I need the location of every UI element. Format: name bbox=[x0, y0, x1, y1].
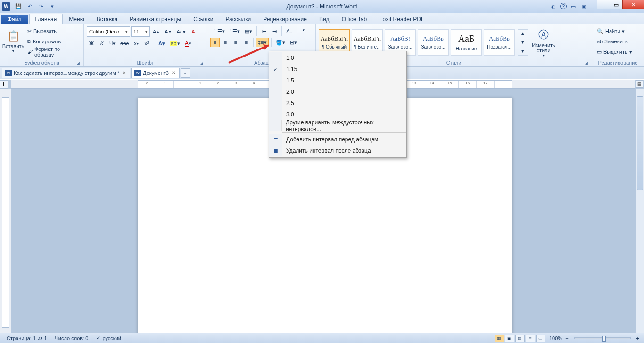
help-question-icon[interactable]: ? bbox=[560, 3, 567, 9]
view-print-layout-icon[interactable]: ▦ bbox=[495, 335, 504, 342]
change-styles-button[interactable]: Ⓐ Изменить стили ▾ bbox=[530, 27, 557, 58]
status-page[interactable]: Страница: 1 из 1 bbox=[3, 333, 51, 343]
highlight-button[interactable]: ab▾ bbox=[168, 39, 182, 48]
clear-formatting-button[interactable]: A̶ bbox=[189, 27, 198, 36]
spacing-1-15[interactable]: ✓1,15 bbox=[269, 64, 406, 75]
zoom-slider[interactable] bbox=[574, 337, 631, 339]
view-draft-icon[interactable]: ▭ bbox=[536, 335, 545, 342]
styles-row-up-icon[interactable]: ▴ bbox=[518, 30, 528, 38]
multilevel-button[interactable]: ▤▾ bbox=[243, 26, 254, 36]
spacing-3-0[interactable]: 3,0 bbox=[269, 109, 406, 120]
save-icon[interactable]: 💾 bbox=[13, 1, 24, 12]
vertical-ruler[interactable] bbox=[0, 89, 11, 333]
help-icon[interactable]: ◐ bbox=[550, 3, 557, 10]
styles-launcher-icon[interactable]: ◢ bbox=[585, 61, 588, 65]
sort-button[interactable]: A↓ bbox=[284, 26, 294, 36]
word-app-icon[interactable]: W bbox=[2, 2, 10, 11]
separator bbox=[154, 39, 154, 48]
spacing-1-5[interactable]: 1,5 bbox=[269, 75, 406, 86]
cut-button[interactable]: ✂Вырезать bbox=[25, 26, 82, 36]
find-button[interactable]: 🔍Найти ▾ bbox=[595, 26, 637, 36]
spacing-2-5[interactable]: 2,5 bbox=[269, 98, 406, 109]
document-tab-2[interactable]: W Документ3 ✕ bbox=[131, 68, 180, 78]
tab-foxit[interactable]: Foxit Reader PDF bbox=[373, 14, 430, 24]
copy-button[interactable]: ⧉Копировать bbox=[25, 37, 82, 46]
change-case-button[interactable]: Aa▾ bbox=[175, 27, 188, 36]
scrollbar-thumb[interactable] bbox=[637, 96, 643, 190]
tab-page-layout[interactable]: Разметка страницы bbox=[124, 14, 187, 24]
shrink-font-button[interactable]: A▼ bbox=[163, 27, 173, 36]
zoom-knob[interactable] bbox=[602, 336, 606, 342]
document-tab-1[interactable]: W Как сделать интерва...между строк друг… bbox=[2, 68, 130, 78]
underline-button[interactable]: Ч▾ bbox=[107, 39, 117, 48]
align-left-button[interactable]: ≡ bbox=[210, 38, 220, 47]
zoom-out-button[interactable]: − bbox=[563, 335, 570, 341]
view-web-icon[interactable]: ▤ bbox=[515, 335, 525, 342]
status-words[interactable]: Число слов: 0 bbox=[51, 333, 93, 343]
show-marks-button[interactable]: ¶ bbox=[299, 26, 309, 36]
status-language[interactable]: ✓русский bbox=[92, 333, 125, 343]
superscript-button[interactable]: x² bbox=[142, 39, 151, 48]
new-tab-icon[interactable]: ▫ bbox=[181, 68, 190, 78]
tab-menu[interactable]: Меню bbox=[63, 14, 90, 24]
subscript-button[interactable]: x₂ bbox=[132, 39, 141, 48]
add-space-before[interactable]: ≣Добавить интервал перед абзацем bbox=[269, 134, 406, 145]
style-item[interactable]: АаБбВвЗаголово... bbox=[418, 29, 449, 56]
tab-office-tab[interactable]: Office Tab bbox=[336, 14, 373, 24]
undo-icon[interactable]: ↶ bbox=[25, 1, 35, 12]
zoom-level[interactable]: 100% bbox=[549, 335, 562, 341]
tab-references[interactable]: Ссылки bbox=[187, 14, 219, 24]
quick-access-toolbar: W 💾 ↶ ↷ ▾ bbox=[0, 1, 59, 12]
close-tab-icon[interactable]: ✕ bbox=[121, 70, 127, 75]
maximize-button[interactable]: ▭ bbox=[610, 0, 623, 9]
tab-mailings[interactable]: Рассылки bbox=[219, 14, 257, 24]
zoom-in-button[interactable]: + bbox=[635, 335, 641, 341]
tab-view[interactable]: Вид bbox=[313, 14, 336, 24]
ribbon-minimize-icon[interactable]: ▭ bbox=[570, 3, 577, 10]
spacing-options[interactable]: Другие варианты междустрочных интервалов… bbox=[269, 120, 406, 131]
tab-review[interactable]: Рецензирование bbox=[257, 14, 313, 24]
format-painter-button[interactable]: 🖌Формат по образцу bbox=[25, 47, 82, 57]
tab-insert[interactable]: Вставка bbox=[91, 14, 124, 24]
editing-group-label: Редактирование bbox=[595, 59, 641, 66]
redo-icon[interactable]: ↷ bbox=[36, 1, 46, 12]
replace-button[interactable]: abЗаменить bbox=[595, 37, 637, 46]
tab-home[interactable]: Главная bbox=[29, 14, 63, 24]
styles-more-icon[interactable]: ▾ bbox=[518, 47, 528, 55]
ruler-toggle-icon[interactable]: ▤ bbox=[636, 80, 643, 88]
style-item[interactable]: АаБбВвПодзагол... bbox=[484, 29, 515, 56]
font-launcher-icon[interactable]: ◢ bbox=[200, 61, 203, 65]
bullets-button[interactable]: ⋮☰▾ bbox=[210, 26, 227, 36]
text-effects-button[interactable]: A▾ bbox=[157, 39, 167, 48]
remove-space-after[interactable]: ≣Удалить интервал после абзаца bbox=[269, 145, 406, 156]
paste-button[interactable]: 📋 Вставить ▾ bbox=[3, 25, 24, 57]
separator bbox=[297, 26, 297, 36]
styles-row-down-icon[interactable]: ▾ bbox=[518, 38, 528, 46]
spacing-1-0[interactable]: 1,0 bbox=[269, 52, 406, 64]
bold-button[interactable]: Ж bbox=[87, 39, 96, 48]
close-tab-icon[interactable]: ✕ bbox=[171, 70, 176, 75]
qat-customize-icon[interactable]: ▾ bbox=[47, 1, 58, 12]
view-outline-icon[interactable]: ≡ bbox=[526, 335, 535, 342]
increase-indent-button[interactable]: ⇥ bbox=[270, 26, 279, 36]
italic-button[interactable]: К bbox=[97, 39, 107, 48]
file-tab[interactable]: Файл bbox=[1, 15, 28, 24]
view-full-screen-icon[interactable]: ▣ bbox=[505, 335, 514, 342]
select-button[interactable]: ▭Выделить ▾ bbox=[595, 47, 637, 57]
ribbon-restore-icon[interactable]: ▣ bbox=[580, 3, 587, 10]
font-size-combo[interactable]: 11 bbox=[131, 26, 150, 37]
decrease-indent-button[interactable]: ⇤ bbox=[259, 26, 269, 36]
borders-button[interactable]: ⊞▾ bbox=[288, 38, 299, 47]
style-item[interactable]: АаБНазвание bbox=[451, 29, 482, 56]
close-button[interactable]: ✕ bbox=[622, 0, 644, 9]
vertical-scrollbar[interactable] bbox=[636, 89, 644, 333]
tab-selector[interactable]: L bbox=[0, 80, 8, 89]
clipboard-launcher-icon[interactable]: ◢ bbox=[76, 61, 80, 65]
numbering-button[interactable]: 1☰▾ bbox=[228, 26, 242, 36]
font-color-button[interactable]: A▾ bbox=[183, 39, 193, 48]
font-name-combo[interactable]: Calibri (Осно bbox=[87, 26, 130, 37]
strikethrough-button[interactable]: abc bbox=[118, 39, 131, 48]
grow-font-button[interactable]: A▲ bbox=[151, 27, 162, 36]
minimize-button[interactable]: ─ bbox=[597, 0, 610, 9]
spacing-2-0[interactable]: 2,0 bbox=[269, 86, 406, 98]
